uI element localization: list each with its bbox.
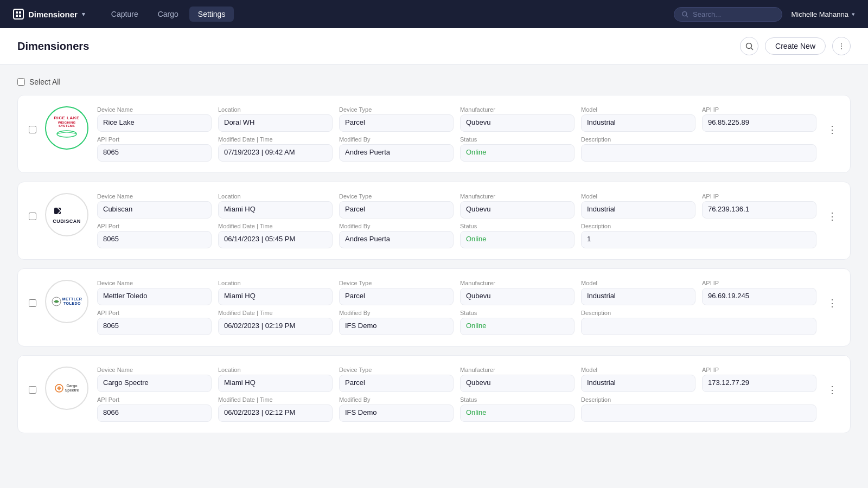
location-label: Location bbox=[218, 193, 333, 200]
modified-by-label: Modified By bbox=[339, 223, 454, 229]
api-port-value: 8065 bbox=[97, 318, 212, 335]
card-fields-row1: Device Name Rice Lake Location Doral WH … bbox=[97, 106, 816, 132]
field-device-type: Device Type Parcel bbox=[339, 280, 454, 305]
device-type-value: Parcel bbox=[339, 288, 454, 305]
manufacturer-value: Qubevu bbox=[460, 201, 575, 219]
field-modified-by: Modified By IFS Demo bbox=[339, 396, 454, 422]
card-fields-row2: API Port 8065 Modified Date | Time 06/02… bbox=[97, 310, 816, 335]
modified-by-value: Andres Puerta bbox=[339, 231, 454, 248]
description-label: Description bbox=[581, 310, 816, 316]
field-modified-dt: Modified Date | Time 06/02/2023 | 02:12 … bbox=[218, 396, 333, 422]
field-status: Status Online bbox=[460, 310, 575, 335]
more-options-button[interactable]: ⋮ bbox=[832, 37, 851, 55]
device-logo-mettler-toledo: METTLER TOLEDO bbox=[45, 280, 88, 323]
modified-dt-value: 06/14/2023 | 05:45 PM bbox=[218, 231, 333, 248]
location-value: Miami HQ bbox=[218, 201, 333, 219]
user-info[interactable]: Michelle Mahanna ▾ bbox=[791, 10, 855, 18]
device-menu-cargo-spectre[interactable]: ⋮ bbox=[825, 382, 839, 398]
device-checkbox-cubiscan[interactable] bbox=[29, 213, 36, 220]
navbar: Dimensioner ▾ Capture Cargo Settings Mic… bbox=[0, 0, 868, 28]
api-ip-value: 96.69.19.245 bbox=[702, 288, 816, 305]
card-fields-row1: Device Name Cargo Spectre Location Miami… bbox=[97, 367, 816, 392]
model-label: Model bbox=[581, 367, 695, 373]
modified-dt-value: 06/02/2023 | 02:12 PM bbox=[218, 404, 333, 422]
device-type-label: Device Type bbox=[339, 106, 454, 113]
select-all-label: Select All bbox=[29, 78, 61, 86]
device-list: RICE LAKE WEIGHING SYSTEMS Device Name R… bbox=[17, 95, 851, 433]
device-checkbox-cargo-spectre[interactable] bbox=[29, 386, 36, 394]
description-value bbox=[581, 318, 816, 335]
field-api-port: API Port 8065 bbox=[97, 223, 212, 248]
field-modified-dt: Modified Date | Time 06/02/2023 | 02:19 … bbox=[218, 310, 333, 335]
nav-capture[interactable]: Capture bbox=[103, 7, 147, 22]
api-port-label: API Port bbox=[97, 310, 212, 316]
device-menu-cubiscan[interactable]: ⋮ bbox=[825, 208, 839, 224]
field-model: Model Industrial bbox=[581, 106, 695, 132]
api-port-value: 8065 bbox=[97, 144, 212, 162]
device-menu-rice-lake[interactable]: ⋮ bbox=[825, 121, 839, 138]
field-status: Status Online bbox=[460, 223, 575, 248]
api-port-label: API Port bbox=[97, 136, 212, 143]
field-description: Description 1 bbox=[581, 223, 816, 248]
field-device-type: Device Type Parcel bbox=[339, 193, 454, 219]
device-type-label: Device Type bbox=[339, 367, 454, 373]
nav-settings[interactable]: Settings bbox=[189, 7, 234, 22]
device-card-rice-lake: RICE LAKE WEIGHING SYSTEMS Device Name R… bbox=[17, 95, 851, 173]
device-name-value: Mettler Toledo bbox=[97, 288, 212, 305]
field-location: Location Miami HQ bbox=[218, 193, 333, 219]
status-label: Status bbox=[460, 310, 575, 316]
search-icon bbox=[682, 11, 688, 18]
device-name-label: Device Name bbox=[97, 280, 212, 286]
modified-by-label: Modified By bbox=[339, 396, 454, 403]
device-name-value: Cubiscan bbox=[97, 201, 212, 219]
device-checkbox-rice-lake[interactable] bbox=[29, 126, 36, 133]
card-fields-row1: Device Name Mettler Toledo Location Miam… bbox=[97, 280, 816, 305]
location-value: Miami HQ bbox=[218, 288, 333, 305]
field-manufacturer: Manufacturer Qubevu bbox=[460, 106, 575, 132]
field-description: Description bbox=[581, 396, 816, 422]
device-name-value: Rice Lake bbox=[97, 114, 212, 132]
device-card-mettler-toledo: METTLER TOLEDO Device Name Mettler Toled… bbox=[17, 268, 851, 346]
nav-cargo[interactable]: Cargo bbox=[149, 7, 187, 22]
svg-rect-7 bbox=[54, 208, 61, 214]
device-type-label: Device Type bbox=[339, 193, 454, 200]
modified-by-label: Modified By bbox=[339, 310, 454, 316]
svg-rect-3 bbox=[19, 15, 21, 17]
api-port-value: 8065 bbox=[97, 231, 212, 248]
search-box[interactable] bbox=[674, 7, 782, 22]
modified-by-label: Modified By bbox=[339, 136, 454, 143]
status-value: Online bbox=[460, 318, 575, 335]
field-api-port: API Port 8065 bbox=[97, 310, 212, 335]
api-ip-value: 76.239.136.1 bbox=[702, 201, 816, 219]
field-location: Location Doral WH bbox=[218, 106, 333, 132]
device-name-label: Device Name bbox=[97, 106, 212, 113]
svg-point-4 bbox=[682, 11, 687, 16]
brand[interactable]: Dimensioner ▾ bbox=[13, 9, 85, 20]
svg-point-5 bbox=[746, 43, 751, 48]
modified-dt-value: 07/19/2023 | 09:42 AM bbox=[218, 144, 333, 162]
api-ip-label: API IP bbox=[702, 106, 816, 113]
page-actions: Create New ⋮ bbox=[740, 37, 851, 55]
field-manufacturer: Manufacturer Qubevu bbox=[460, 193, 575, 219]
device-type-value: Parcel bbox=[339, 114, 454, 132]
device-type-value: Parcel bbox=[339, 201, 454, 219]
modified-by-value: IFS Demo bbox=[339, 404, 454, 422]
device-name-label: Device Name bbox=[97, 193, 212, 200]
create-new-button[interactable]: Create New bbox=[765, 37, 826, 55]
modified-by-value: IFS Demo bbox=[339, 318, 454, 335]
search-input[interactable] bbox=[693, 10, 774, 18]
status-label: Status bbox=[460, 136, 575, 143]
device-menu-mettler-toledo[interactable]: ⋮ bbox=[825, 295, 839, 311]
field-status: Status Online bbox=[460, 136, 575, 162]
manufacturer-label: Manufacturer bbox=[460, 367, 575, 373]
modified-dt-value: 06/02/2023 | 02:19 PM bbox=[218, 318, 333, 335]
field-api-port: API Port 8065 bbox=[97, 136, 212, 162]
field-modified-dt: Modified Date | Time 07/19/2023 | 09:42 … bbox=[218, 136, 333, 162]
status-value: Online bbox=[460, 231, 575, 248]
device-checkbox-mettler-toledo[interactable] bbox=[29, 299, 36, 307]
manufacturer-label: Manufacturer bbox=[460, 193, 575, 200]
search-icon bbox=[745, 42, 754, 50]
search-button[interactable] bbox=[740, 37, 758, 55]
field-modified-by: Modified By Andres Puerta bbox=[339, 136, 454, 162]
select-all-checkbox[interactable] bbox=[17, 78, 25, 86]
